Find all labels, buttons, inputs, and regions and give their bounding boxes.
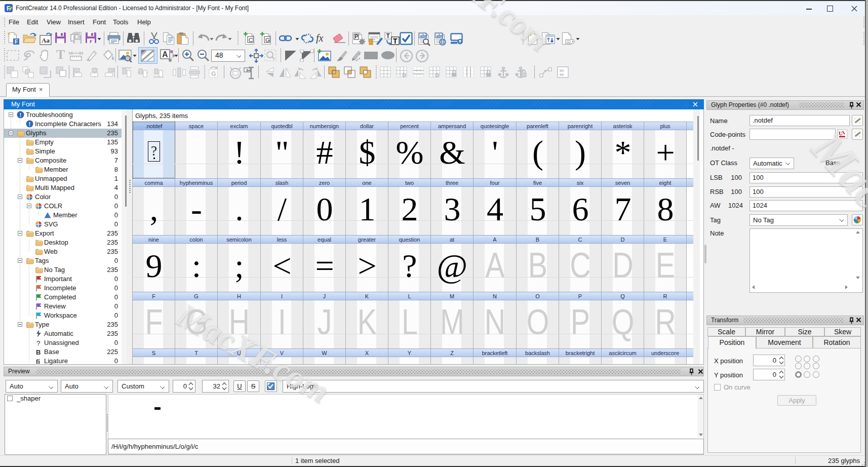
svg-text:A: A [162, 50, 168, 59]
svg-text:!: ! [28, 121, 30, 127]
svg-text:T: T [56, 48, 65, 60]
svg-text:F: F [15, 39, 18, 45]
svg-text:P: P [355, 34, 359, 40]
svg-text:G: G [211, 70, 216, 77]
svg-text:H0: H0 [560, 69, 564, 73]
svg-text:fx: fx [316, 32, 324, 44]
svg-text:U: U [839, 130, 843, 136]
svg-text:abc: abc [436, 33, 444, 38]
svg-text:H0: H0 [560, 73, 564, 77]
svg-text:abc: abc [420, 33, 427, 38]
svg-text:T: T [386, 32, 390, 40]
svg-text:!: ! [19, 112, 21, 118]
svg-text:F: F [90, 39, 93, 44]
svg-text:C: C [249, 37, 253, 43]
svg-text:G: G [265, 37, 270, 43]
svg-text:T: T [393, 37, 398, 45]
svg-text:Aa: Aa [42, 36, 50, 44]
